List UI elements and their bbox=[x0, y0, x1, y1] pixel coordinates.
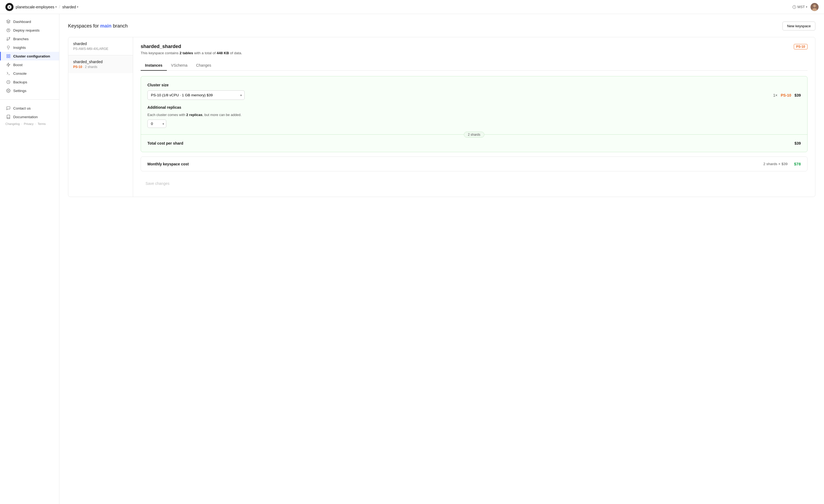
sidebar-item-cluster-label: Cluster configuration bbox=[13, 54, 50, 58]
sidebar-item-boost[interactable]: Boost bbox=[0, 60, 59, 69]
total-price: $39 bbox=[795, 141, 801, 145]
footer-sep-2: · bbox=[35, 122, 36, 125]
replicas-section: Additional replicas Each cluster comes w… bbox=[147, 105, 801, 128]
save-changes-button[interactable]: Save changes bbox=[141, 179, 175, 188]
replicas-select-wrap: 0 ▾ bbox=[147, 120, 166, 128]
replicas-desc: Each cluster comes with 2 replicas, but … bbox=[147, 113, 801, 117]
svg-marker-14 bbox=[7, 63, 10, 67]
keyspace-shards-info: PS-10 · 2 shards bbox=[73, 65, 128, 69]
footer-sep-1: · bbox=[21, 122, 22, 125]
sidebar-item-insights-label: Insights bbox=[13, 45, 26, 50]
sidebar-item-dashboard-label: Dashboard bbox=[13, 20, 31, 24]
sidebar-item-console[interactable]: Console bbox=[0, 69, 59, 78]
sidebar-item-contact-label: Contact us bbox=[13, 106, 31, 110]
layers-icon bbox=[6, 19, 10, 24]
changelog-link[interactable]: Changelog bbox=[5, 122, 20, 125]
total-label: Total cost per shard bbox=[147, 141, 183, 145]
sidebar-item-docs-label: Documentation bbox=[13, 115, 38, 119]
keyspace-name-sharded: sharded bbox=[73, 41, 128, 46]
page-header: Keyspaces for main branch New keyspace bbox=[68, 22, 815, 30]
tab-vschema[interactable]: VSchema bbox=[167, 60, 192, 71]
top-nav: planetscale-employees ▾ / sharded ▾ MST … bbox=[0, 0, 824, 14]
sidebar-item-boost-label: Boost bbox=[13, 63, 23, 67]
keyspace-detail-header: sharded_sharded PS-10 bbox=[141, 44, 808, 49]
settings-icon bbox=[6, 89, 10, 93]
ps-tag-badge: PS-10 bbox=[794, 44, 808, 49]
new-keyspace-button[interactable]: New keyspace bbox=[783, 22, 815, 30]
page-title: Keyspaces for main branch bbox=[68, 23, 128, 29]
shards-divider-label: 2 shards bbox=[464, 132, 484, 138]
sidebar-item-documentation[interactable]: Documentation bbox=[0, 113, 59, 121]
nav-separator: / bbox=[59, 5, 60, 9]
sidebar-nav: Dashboard Deploy requests Branches Insig… bbox=[0, 17, 59, 95]
monthly-total: $78 bbox=[794, 162, 801, 166]
sidebar-item-insights[interactable]: Insights bbox=[0, 43, 59, 52]
terms-link[interactable]: Terms bbox=[37, 122, 45, 125]
sidebar-item-settings-label: Settings bbox=[13, 89, 26, 93]
sidebar-item-contact-us[interactable]: Contact us bbox=[0, 104, 59, 113]
sidebar-item-deploy-requests[interactable]: Deploy requests bbox=[0, 26, 59, 34]
keyspace-detail: sharded_sharded PS-10 This keyspace cont… bbox=[133, 37, 815, 197]
svg-point-8 bbox=[9, 37, 10, 38]
user-avatar[interactable] bbox=[811, 3, 819, 11]
svg-rect-10 bbox=[7, 54, 8, 56]
sidebar-item-cluster-configuration[interactable]: Cluster configuration bbox=[0, 52, 59, 60]
svg-point-2 bbox=[813, 5, 816, 7]
sidebar-item-console-label: Console bbox=[13, 72, 27, 76]
svg-rect-13 bbox=[9, 56, 10, 58]
replicas-title: Additional replicas bbox=[147, 105, 801, 110]
monthly-calc: 2 shards × $39 bbox=[763, 162, 788, 166]
shards-count-list: 2 shards bbox=[85, 65, 97, 69]
monthly-label: Monthly keyspace cost bbox=[147, 162, 189, 166]
org-chevron-icon: ▾ bbox=[56, 5, 57, 8]
sidebar-item-backups-label: Backups bbox=[13, 80, 27, 84]
cluster-config-card: Cluster size PS-10 (1/8 vCPU · 1 GB memo… bbox=[141, 76, 808, 152]
keyspace-sub-sharded: PS-AWS-M6I-4XLARGE bbox=[73, 47, 128, 51]
cluster-size-title: Cluster size bbox=[147, 83, 801, 87]
monthly-cost-card: Monthly keyspace cost 2 shards × $39 $78 bbox=[141, 156, 808, 171]
db-selector[interactable]: sharded ▾ bbox=[62, 5, 79, 9]
shards-divider: 2 shards bbox=[141, 134, 807, 135]
timezone-display[interactable]: MST ▾ bbox=[792, 5, 807, 9]
tabs: Instances VSchema Changes bbox=[141, 60, 808, 71]
message-icon bbox=[6, 106, 10, 110]
grid-icon bbox=[6, 54, 10, 58]
keyspace-list: sharded PS-AWS-M6I-4XLARGE sharded_shard… bbox=[68, 37, 133, 197]
save-area: Save changes bbox=[141, 177, 808, 190]
book-icon bbox=[6, 115, 10, 119]
sidebar-item-deploy-label: Deploy requests bbox=[13, 28, 40, 32]
sidebar: Dashboard Deploy requests Branches Insig… bbox=[0, 14, 60, 504]
svg-point-17 bbox=[8, 90, 9, 91]
svg-point-9 bbox=[7, 39, 8, 40]
keyspace-detail-desc: This keyspace contains 2 tables with a t… bbox=[141, 51, 808, 55]
tab-instances[interactable]: Instances bbox=[141, 60, 167, 71]
sidebar-item-branches-label: Branches bbox=[13, 37, 29, 41]
replicas-select[interactable]: 0 bbox=[147, 120, 166, 128]
monthly-right: 2 shards × $39 $78 bbox=[763, 162, 801, 166]
upload-icon bbox=[6, 28, 10, 32]
keyspace-item-sharded-sharded[interactable]: sharded_sharded PS-10 · 2 shards bbox=[68, 55, 133, 73]
sidebar-item-branches[interactable]: Branches bbox=[0, 34, 59, 43]
sidebar-item-settings[interactable]: Settings bbox=[0, 86, 59, 95]
clock-icon bbox=[6, 80, 10, 84]
timezone-chevron-icon: ▾ bbox=[806, 5, 807, 8]
app-logo bbox=[5, 3, 13, 11]
sidebar-item-backups[interactable]: Backups bbox=[0, 78, 59, 86]
lightbulb-icon bbox=[6, 45, 10, 50]
content-area: sharded PS-AWS-M6I-4XLARGE sharded_shard… bbox=[68, 37, 815, 197]
terminal-icon bbox=[6, 71, 10, 76]
privacy-link[interactable]: Privacy bbox=[24, 122, 33, 125]
org-selector[interactable]: planetscale-employees ▾ bbox=[16, 5, 57, 9]
cluster-price: $39 bbox=[795, 93, 801, 97]
cluster-size-row: PS-10 (1/8 vCPU · 1 GB memory) $39 ▾ 1× … bbox=[147, 90, 801, 100]
svg-rect-12 bbox=[7, 56, 8, 58]
tab-changes[interactable]: Changes bbox=[192, 60, 215, 71]
keyspace-item-sharded[interactable]: sharded PS-AWS-M6I-4XLARGE bbox=[68, 37, 133, 55]
sidebar-item-dashboard[interactable]: Dashboard bbox=[0, 17, 59, 26]
keyspace-detail-name: sharded_sharded bbox=[141, 44, 181, 49]
main-content: Keyspaces for main branch New keyspace s… bbox=[60, 14, 824, 504]
cluster-size-select[interactable]: PS-10 (1/8 vCPU · 1 GB memory) $39 bbox=[147, 90, 244, 100]
svg-rect-11 bbox=[9, 54, 10, 56]
git-branch-icon bbox=[6, 37, 10, 41]
db-chevron-icon: ▾ bbox=[77, 5, 78, 8]
